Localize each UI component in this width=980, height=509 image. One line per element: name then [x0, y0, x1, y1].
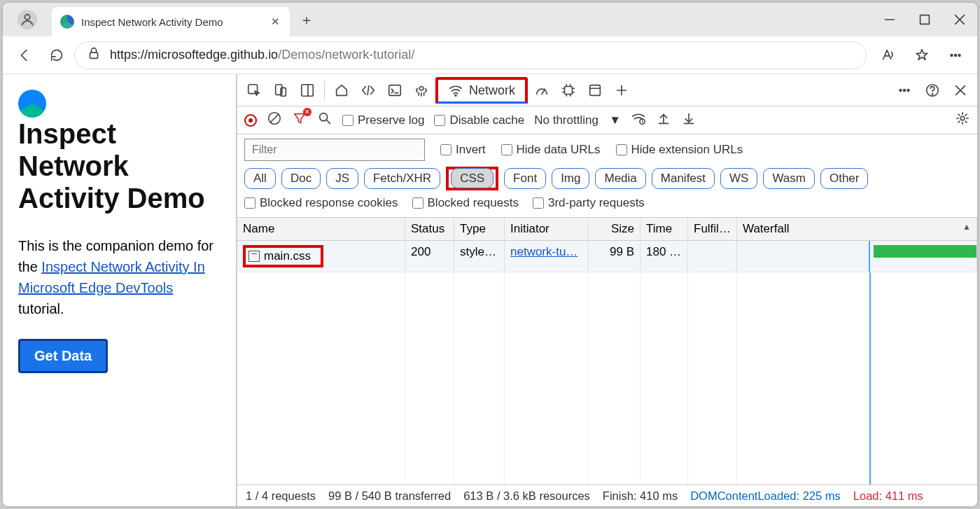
blocked-cookies-checkbox[interactable]: Blocked response cookies: [244, 196, 398, 210]
filter-pill-font[interactable]: Font: [504, 168, 546, 189]
disable-cache-checkbox[interactable]: Disable cache: [434, 113, 524, 127]
blocked-requests-checkbox[interactable]: Blocked requests: [412, 196, 519, 210]
filter-pill-js[interactable]: JS: [326, 168, 358, 189]
network-tab[interactable]: Network: [435, 77, 528, 104]
inspect-element-icon[interactable]: [241, 78, 267, 103]
console-tab-icon[interactable]: [382, 78, 407, 103]
cell-initiator[interactable]: network-tu…: [510, 245, 578, 258]
status-finish: Finish: 410 ms: [603, 489, 678, 503]
devtools-panel: Network ✕: [237, 74, 977, 506]
favorite-button[interactable]: [907, 41, 937, 70]
network-conditions-button[interactable]: [631, 111, 646, 130]
throttling-dropdown[interactable]: No throttling ▼: [534, 113, 621, 127]
url-box[interactable]: https://microsoftedge.github.io/Demos/ne…: [74, 41, 867, 69]
page-heading: Inspect Network Activity Demo: [18, 90, 220, 214]
invert-checkbox[interactable]: Invert: [440, 143, 486, 157]
address-bar: https://microsoftedge.github.io/Demos/ne…: [3, 36, 977, 74]
svg-rect-10: [248, 84, 258, 93]
filter-pill-img[interactable]: Img: [552, 168, 589, 189]
stylesheet-icon: [248, 251, 260, 262]
cell-waterfall: [737, 241, 977, 272]
col-initiator[interactable]: Initiator: [505, 218, 589, 240]
svg-point-7: [951, 54, 953, 56]
cell-type: style…: [454, 241, 505, 272]
filter-pill-css[interactable]: CSS: [446, 167, 498, 190]
svg-point-37: [899, 89, 902, 91]
edge-logo-icon: [18, 90, 46, 118]
cell-fulfill: [688, 241, 737, 272]
network-settings-button[interactable]: [955, 111, 970, 130]
device-emulation-icon[interactable]: [268, 78, 293, 103]
help-button[interactable]: [920, 78, 945, 103]
get-data-button[interactable]: Get Data: [18, 339, 108, 373]
memory-tab-icon[interactable]: [556, 78, 581, 103]
network-filters: Invert Hide data URLs Hide extension URL…: [237, 134, 977, 218]
new-tab-button[interactable]: ＋: [290, 3, 323, 36]
refresh-button[interactable]: [42, 41, 71, 70]
lock-icon: [86, 46, 102, 64]
elements-tab-icon[interactable]: [356, 78, 381, 103]
edge-favicon-icon: [60, 15, 74, 29]
col-size[interactable]: Size: [589, 218, 640, 240]
close-devtools-button[interactable]: [948, 78, 973, 103]
svg-point-41: [932, 93, 932, 94]
search-button[interactable]: [317, 111, 332, 130]
svg-point-39: [907, 89, 909, 91]
col-fulfill[interactable]: Fulfill…: [688, 218, 737, 240]
filter-pill-ws[interactable]: WS: [720, 168, 757, 189]
performance-tab-icon[interactable]: [529, 78, 554, 103]
svg-point-8: [955, 54, 957, 56]
hide-data-urls-checkbox[interactable]: Hide data URLs: [501, 143, 601, 157]
wifi-icon: [448, 83, 463, 98]
back-button[interactable]: [10, 41, 39, 70]
status-requests: 1 / 4 requests: [246, 489, 316, 503]
svg-point-18: [419, 86, 424, 90]
record-button[interactable]: [244, 114, 257, 127]
svg-point-53: [960, 116, 965, 120]
devtools-more-button[interactable]: [892, 78, 917, 103]
filter-pill-wasm[interactable]: Wasm: [763, 168, 815, 189]
col-name[interactable]: Name: [237, 218, 405, 240]
hide-extension-urls-checkbox[interactable]: Hide extension URLs: [616, 143, 743, 157]
preserve-log-checkbox[interactable]: Preserve log: [342, 113, 424, 127]
filter-pill-media[interactable]: Media: [595, 168, 645, 189]
svg-rect-13: [302, 84, 314, 96]
table-row[interactable]: main.css 200 style… network-tu… 99 B 180…: [237, 241, 977, 272]
more-button[interactable]: [941, 41, 970, 70]
filter-pill-other[interactable]: Other: [820, 168, 869, 189]
titlebar: Inspect Network Activity Demo ✕ ＋: [3, 3, 977, 36]
svg-rect-24: [565, 86, 573, 94]
col-status[interactable]: Status: [405, 218, 454, 240]
third-party-checkbox[interactable]: 3rd-party requests: [533, 196, 645, 210]
welcome-tab-icon[interactable]: [329, 78, 354, 103]
col-time[interactable]: Time: [640, 218, 688, 240]
filter-pill-all[interactable]: All: [244, 168, 276, 189]
filter-input[interactable]: [244, 139, 425, 161]
col-waterfall[interactable]: Waterfall▲: [737, 218, 977, 240]
read-aloud-button[interactable]: [874, 41, 903, 70]
tab-close-button[interactable]: ✕: [271, 15, 280, 28]
minimize-button[interactable]: [872, 3, 907, 36]
export-har-button[interactable]: [681, 111, 696, 130]
browser-tab[interactable]: Inspect Network Activity Demo ✕: [52, 7, 290, 36]
svg-rect-5: [90, 53, 98, 58]
filter-pill-fetch-xhr[interactable]: Fetch/XHR: [364, 168, 440, 189]
sources-tab-icon[interactable]: [409, 78, 434, 103]
status-load: Load: 411 ms: [853, 489, 923, 503]
application-tab-icon[interactable]: [582, 78, 608, 103]
profile-button[interactable]: [3, 3, 52, 36]
clear-button[interactable]: [267, 111, 282, 130]
tutorial-link[interactable]: Inspect Network Activity In Microsoft Ed…: [18, 259, 205, 295]
network-toolbar: ✕ Preserve log Disable cache No throttli…: [237, 106, 977, 134]
dock-side-icon[interactable]: [295, 78, 320, 103]
col-type[interactable]: Type: [454, 218, 505, 240]
cell-status: 200: [405, 241, 454, 272]
close-window-button[interactable]: [942, 3, 977, 36]
filter-toggle-button[interactable]: ✕: [292, 111, 307, 130]
import-har-button[interactable]: [656, 111, 671, 130]
filter-pill-doc[interactable]: Doc: [281, 168, 321, 189]
filter-pill-manifest[interactable]: Manifest: [652, 168, 715, 189]
more-tabs-button[interactable]: [609, 78, 634, 103]
maximize-button[interactable]: [907, 3, 942, 36]
svg-line-15: [368, 85, 369, 95]
